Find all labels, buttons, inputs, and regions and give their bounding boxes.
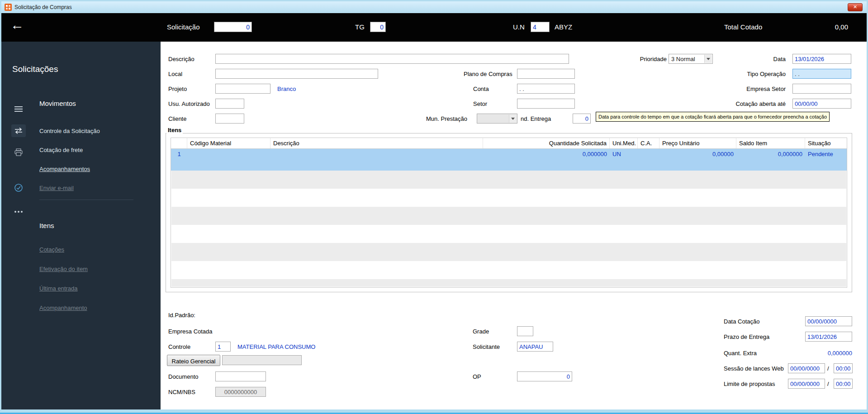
rateio-gerencial-button[interactable]: Rateio Gerencial [167,355,220,366]
prioridade-label: Prioridade [599,56,667,62]
id-padrao-label: Id.Padrão: [168,312,195,319]
grid-header-situacao[interactable]: Situação [805,138,847,148]
quant-extra-value: 0,000000 [805,350,852,357]
rateio-gerencial-input[interactable] [222,355,302,365]
sidebar-item-ultima-entrada[interactable]: Última entrada [39,285,78,292]
grid-header-codigo-material[interactable]: Código Material [187,138,270,148]
und-entrega-input[interactable] [573,114,591,124]
codigo-material-cell [187,149,270,171]
grid-header-rownum [171,138,187,148]
cotacao-aberta-input[interactable] [792,99,851,109]
descricao-cell [270,149,483,171]
limite-propostas-separator: / [827,381,829,387]
sidebar-item-controle-solicitacao[interactable]: Controle da Solicitação [39,128,100,134]
cliente-input[interactable] [215,114,244,124]
grid-header-saldo[interactable]: Saldo Item [736,138,805,148]
grid-header-descricao[interactable]: Descrição [270,138,483,148]
un-input[interactable] [531,22,550,32]
sidebar-title: Solicitações [12,64,58,74]
tipo-operacao-label: Tipo Operação [721,71,786,77]
sessao-lances-separator: / [827,365,829,372]
table-row[interactable]: 1 0,000000 UN 0,00000 0,000000 Pendente [171,149,847,171]
quantidade-cell: 0,000000 [483,149,610,171]
op-label: OP [473,373,481,380]
conta-input[interactable] [517,84,575,94]
empresa-setor-label: Empresa Setor [721,86,786,92]
prioridade-select[interactable]: 3 Normal [669,54,713,64]
controle-label: Controle [168,343,190,350]
grade-label: Grade [473,328,489,335]
grade-input[interactable] [517,326,533,336]
sidebar-item-cotacoes[interactable]: Cotações [39,246,64,253]
chevron-down-icon [704,55,712,63]
op-input[interactable] [517,371,572,381]
grid-header-preco[interactable]: Preço Unitário [659,138,736,148]
cliente-label: Cliente [168,115,186,122]
sessao-lances-label: Sessão de lances Web [724,365,784,372]
tipo-operacao-input[interactable] [792,69,851,79]
ellipsis-icon[interactable] [11,205,26,218]
app-window: Solicitação de Compras ✕ ← Solicitação T… [0,0,868,414]
mun-prestacao-select[interactable] [477,114,517,124]
grid-header-ca[interactable]: C.A. [638,138,659,148]
sidebar-divider [39,200,133,200]
tooltip: Data para controle do tempo em que a cot… [596,112,830,122]
prazo-entrega-label: Prazo de Entrega [724,333,769,340]
chevron-down-icon [509,114,517,123]
itens-heading: Itens [39,222,54,229]
check-circle-icon[interactable] [11,181,26,194]
setor-label: Setor [473,100,487,107]
preco-cell: 0,00000 [659,149,736,171]
documento-input[interactable] [215,371,266,381]
data-cotacao-label: Data Cotação [724,318,760,325]
plano-compras-input[interactable] [517,69,575,79]
usu-autorizado-input[interactable] [215,99,244,109]
limite-propostas-date-input[interactable] [788,379,825,389]
solicitacao-input[interactable] [214,22,252,32]
ncm-input[interactable] [215,387,266,397]
sidebar-item-acompanhamentos[interactable]: Acompanhamentos [39,166,90,172]
documento-label: Documento [168,373,198,380]
saldo-cell: 0,000000 [736,149,805,171]
solicitacao-label: Solicitação [167,23,200,31]
row-number-cell: 1 [171,149,187,171]
app-icon [5,4,12,11]
solicitante-label: Solicitante [473,343,500,350]
data-label: Data [721,56,786,62]
descricao-input[interactable] [215,54,569,64]
back-arrow-icon[interactable]: ← [10,18,24,32]
grid-header-unimed[interactable]: Uni.Med. [610,138,638,148]
empresa-setor-input[interactable] [792,84,851,94]
total-cotado-label: Total Cotado [724,23,762,31]
situacao-cell: Pendente [805,149,847,171]
controle-input[interactable] [215,342,231,352]
projeto-link[interactable]: Branco [277,86,296,92]
solicitante-input[interactable] [517,342,553,352]
menu-icon[interactable] [11,103,26,115]
close-button[interactable]: ✕ [848,3,863,11]
sessao-lances-date-input[interactable] [788,363,825,373]
quant-extra-label: Quant. Extra [724,350,757,357]
movimentos-heading: Movimentos [39,100,76,107]
sidebar-item-cotacao-frete[interactable]: Cotação de frete [39,147,83,153]
local-input[interactable] [215,69,378,79]
un-name: ABYZ [555,23,572,31]
swap-arrows-icon[interactable] [11,124,26,137]
setor-input[interactable] [517,99,575,109]
tg-input[interactable] [370,22,386,32]
grid-header-quantidade[interactable]: Quantidade Solicitada [483,138,610,148]
projeto-input[interactable] [215,84,270,94]
sessao-lances-time-input[interactable] [834,363,853,373]
data-cotacao-input[interactable] [805,316,852,326]
data-input[interactable] [792,54,851,64]
printer-icon[interactable] [11,146,26,159]
limite-propostas-time-input[interactable] [834,379,853,389]
un-label: U.N [513,23,525,31]
total-cotado-value: 0,00 [767,23,848,31]
sidebar-item-enviar-email[interactable]: Enviar e-mail [39,185,74,191]
prazo-entrega-input[interactable] [805,332,852,342]
window-title: Solicitação de Compras [14,4,72,10]
itens-group-legend: Itens [166,127,183,133]
sidebar-item-acompanhamento[interactable]: Acompanhamento [39,305,87,311]
sidebar-item-efetivacao-item[interactable]: Efetivação do item [39,266,88,272]
